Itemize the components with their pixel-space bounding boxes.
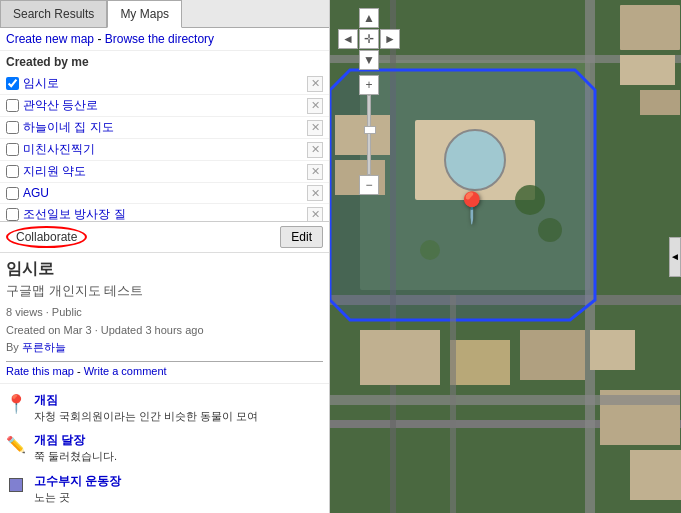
remove-btn-6[interactable]: ✕ — [307, 185, 323, 201]
collaborate-section: Collaborate Edit — [0, 222, 329, 253]
create-new-map-link[interactable]: Create new map — [6, 32, 94, 46]
zoom-track[interactable] — [367, 95, 371, 175]
poi-text-2: 개짐 달장 쭉 둘러쳤습니다. — [34, 432, 323, 464]
list-item: 하늘이네 집 지도 ✕ — [0, 117, 329, 139]
list-item: 지리원 약도 ✕ — [0, 161, 329, 183]
map-label-7[interactable]: 조선일보 방사장 질 — [23, 206, 307, 222]
map-label-4[interactable]: 미친사진찍기 — [23, 141, 307, 158]
poi-list: 📍 개짐 자청 국회의원이라는 인간 비슷한 동물이 모여 ✏️ 개짐 달장 쭉… — [0, 384, 329, 513]
remove-btn-4[interactable]: ✕ — [307, 142, 323, 158]
svg-rect-24 — [330, 395, 680, 405]
map-views: 8 views — [6, 306, 43, 318]
list-item: 조선일보 방사장 질 ✕ — [0, 204, 329, 222]
svg-point-12 — [445, 130, 505, 190]
svg-rect-10 — [640, 90, 680, 115]
svg-point-23 — [420, 240, 440, 260]
pan-right-button[interactable]: ► — [380, 29, 400, 49]
map-subtitle: 구글맵 개인지도 테스트 — [6, 282, 323, 300]
poi-desc-3: 노는 곳 — [34, 490, 323, 505]
pan-center-button[interactable]: ✛ — [359, 29, 379, 49]
map-area[interactable]: 📍 ▲ ◄ ✛ ► ▼ + − ◄ — [330, 0, 681, 513]
poi-title-2[interactable]: 개짐 달장 — [34, 433, 85, 447]
svg-point-22 — [538, 218, 562, 242]
map-meta: 8 views · Public Created on Mar 3 · Upda… — [6, 304, 323, 357]
collapse-panel-button[interactable]: ◄ — [669, 237, 681, 277]
map-author-link[interactable]: 푸른하늘 — [22, 341, 66, 353]
pencil-icon: ✏️ — [6, 432, 26, 456]
zoom-out-button[interactable]: − — [359, 175, 379, 195]
map-title: 임시로 — [6, 259, 323, 280]
zoom-slider: + − — [359, 75, 379, 195]
tab-my-maps[interactable]: My Maps — [107, 0, 182, 28]
svg-rect-17 — [520, 330, 585, 380]
zoom-in-button[interactable]: + — [359, 75, 379, 95]
map-label-2[interactable]: 관악산 등산로 — [23, 97, 307, 114]
poi-title-1[interactable]: 개짐 — [34, 393, 58, 407]
map-label-5[interactable]: 지리원 약도 — [23, 163, 307, 180]
map-checkbox-4[interactable] — [6, 143, 19, 156]
list-item: 📍 개짐 자청 국회의원이라는 인간 비슷한 동물이 모여 — [0, 388, 329, 428]
list-item: 미친사진찍기 ✕ — [0, 139, 329, 161]
svg-rect-8 — [620, 5, 680, 50]
map-created: Created on Mar 3 · Updated 3 hours ago — [6, 324, 204, 336]
svg-rect-20 — [630, 450, 681, 500]
map-label-3[interactable]: 하늘이네 집 지도 — [23, 119, 307, 136]
map-visibility: Public — [52, 306, 82, 318]
map-label-1[interactable]: 임시로 — [23, 75, 307, 92]
map-by-label: By — [6, 341, 22, 353]
remove-btn-3[interactable]: ✕ — [307, 120, 323, 136]
browse-directory-link[interactable]: Browse the directory — [105, 32, 214, 46]
pan-up-button[interactable]: ▲ — [359, 8, 379, 28]
list-item: 고수부지 운동장 노는 곳 — [0, 469, 329, 509]
tabs-bar: Search Results My Maps — [0, 0, 329, 28]
map-checkbox-2[interactable] — [6, 99, 19, 112]
pan-row: ◄ ✛ ► — [338, 29, 400, 49]
svg-rect-16 — [450, 340, 510, 385]
map-checkbox-5[interactable] — [6, 165, 19, 178]
tab-search-results[interactable]: Search Results — [0, 0, 107, 27]
collaborate-badge[interactable]: Collaborate — [6, 226, 87, 248]
list-item: 관악산 등산로 ✕ — [0, 95, 329, 117]
map-pin: 📍 — [453, 190, 490, 225]
list-item: AGU ✕ — [0, 183, 329, 204]
action-sep: - — [77, 365, 84, 377]
svg-point-21 — [515, 185, 545, 215]
left-panel: Search Results My Maps Create new map - … — [0, 0, 330, 513]
links-row: Create new map - Browse the directory — [0, 28, 329, 51]
action-links: Rate this map - Write a comment — [6, 361, 323, 377]
pan-down-button[interactable]: ▼ — [359, 50, 379, 70]
svg-rect-15 — [360, 330, 440, 385]
svg-rect-9 — [620, 55, 675, 85]
square-icon — [6, 473, 26, 497]
map-checkbox-1[interactable] — [6, 77, 19, 90]
poi-text-3: 고수부지 운동장 노는 곳 — [34, 473, 323, 505]
created-by-me-header: Created by me — [0, 51, 329, 73]
svg-rect-25 — [450, 295, 456, 513]
poi-text-1: 개짐 자청 국회의원이라는 인간 비슷한 동물이 모여 — [34, 392, 323, 424]
map-controls: ▲ ◄ ✛ ► ▼ + − — [338, 8, 400, 195]
rate-map-link[interactable]: Rate this map — [6, 365, 74, 377]
pin-icon: 📍 — [6, 392, 26, 416]
zoom-thumb[interactable] — [364, 126, 376, 134]
remove-btn-1[interactable]: ✕ — [307, 76, 323, 92]
separator: - — [97, 32, 104, 46]
remove-btn-5[interactable]: ✕ — [307, 164, 323, 180]
map-list: 임시로 ✕ 관악산 등산로 ✕ 하늘이네 집 지도 ✕ 미친사진찍기 ✕ 지리원… — [0, 73, 329, 222]
write-comment-link[interactable]: Write a comment — [84, 365, 167, 377]
list-item: 임시로 ✕ — [0, 73, 329, 95]
remove-btn-2[interactable]: ✕ — [307, 98, 323, 114]
edit-button[interactable]: Edit — [280, 226, 323, 248]
map-detail: 임시로 구글맵 개인지도 테스트 8 views · Public Create… — [0, 253, 329, 384]
map-label-6[interactable]: AGU — [23, 186, 307, 200]
svg-rect-18 — [590, 330, 635, 370]
poi-desc-1: 자청 국회의원이라는 인간 비슷한 동물이 모여 — [34, 409, 323, 424]
map-checkbox-7[interactable] — [6, 208, 19, 221]
map-checkbox-6[interactable] — [6, 187, 19, 200]
pan-left-button[interactable]: ◄ — [338, 29, 358, 49]
map-list-container[interactable]: 임시로 ✕ 관악산 등산로 ✕ 하늘이네 집 지도 ✕ 미친사진찍기 ✕ 지리원… — [0, 73, 329, 222]
poi-desc-2: 쭉 둘러쳤습니다. — [34, 449, 323, 464]
map-checkbox-3[interactable] — [6, 121, 19, 134]
remove-btn-7[interactable]: ✕ — [307, 207, 323, 223]
poi-title-3[interactable]: 고수부지 운동장 — [34, 474, 121, 488]
list-item: ✏️ 개짐 달장 쭉 둘러쳤습니다. — [0, 428, 329, 468]
